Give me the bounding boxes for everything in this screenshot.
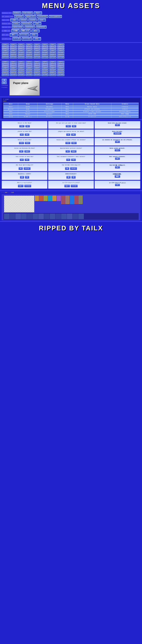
btn-no-it-2[interactable]: No [71,158,76,161]
nivel-2-btn[interactable]: Nivel 2 [10,46,17,47]
stage2-1-btn[interactable]: Stage 1 [2,61,9,63]
percent2-1-btn[interactable]: Percent1 [2,69,9,71]
btn-ok-it[interactable]: OK [115,157,120,160]
level2-3-btn[interactable]: Level 3 [18,67,25,69]
percent-3-btn[interactable]: Percent3 [18,52,25,54]
level2-2-btn[interactable]: Level 2 [10,67,17,69]
cell-quitter[interactable]: Quitter [4,108,18,110]
level-4-btn[interactable]: Level 4 [25,50,33,52]
pp-next-btn[interactable]: ▶ [2,82,7,84]
btn-nein-de-1[interactable]: Nein [24,150,30,152]
cell-parametres[interactable]: Paramètres [38,108,62,110]
level2-4-btn[interactable]: Level 4 [25,67,33,69]
btn-nein-de-2[interactable]: Nein [71,150,77,152]
percent2-7-btn[interactable]: Percent7 [49,69,57,71]
level2-8-btn[interactable]: Level 8 [57,67,64,69]
level2-7-btn[interactable]: Level 7 [49,67,57,69]
btn-titleni[interactable]: タイトルに [19,33,29,36]
cell-manual[interactable]: Manual [18,113,38,115]
btn-unjoueur[interactable]: Un joueur [14,15,24,18]
percent-2-btn[interactable]: Percent2 [10,52,17,54]
stage-jp-6-btn[interactable]: ステージ6 [41,56,49,58]
btn-no-en-2[interactable]: No [72,125,77,128]
btn-aceptar-es[interactable]: Aceptar [113,132,121,135]
btn-dati[interactable]: Dati [10,18,19,22]
nivel2-5-btn[interactable]: Nivel 5 [33,63,41,65]
cell-menu-de[interactable]: Menü [62,110,73,113]
btn-ani-ko-1[interactable]: 아니오 [24,167,31,170]
percent2-4-btn[interactable]: Percent4 [25,69,33,71]
stage-5-btn[interactable]: Stage 5 [33,44,41,45]
niveau2-5-btn[interactable]: Niveau 5 [33,65,41,67]
cell-borrar[interactable]: Borrar datos [73,106,111,108]
grade2-g-btn[interactable]: GRADE G [49,72,57,73]
btn-sakujoshimasu[interactable]: 削除します [20,29,31,32]
btn-modoru[interactable]: 戻る [30,33,38,36]
grade2-b-btn[interactable]: GRADE B [10,72,17,73]
niveau-3-btn[interactable]: Niveau 3 [18,48,25,49]
nivel2-3-btn[interactable]: Nivel 3 [18,63,25,65]
btn-snelmenu1[interactable]: Snelmenu1 [24,26,35,28]
btn-shuryo[interactable]: 終了 [10,33,18,36]
btn-si-es-2[interactable]: Sí [66,133,70,136]
pp-prev-btn[interactable]: ◀ [2,79,7,81]
percent2-6-btn[interactable]: Percent6 [41,69,49,71]
cell-riconoscimenti[interactable]: Riconoscimenti [111,110,139,113]
btn-chrono[interactable]: Chrono [19,18,28,22]
niveau2-6-btn[interactable]: Niveau 6 [41,65,49,67]
niveau-5-btn[interactable]: Niveau 5 [33,48,41,49]
niveau-1-btn[interactable]: Niveau 1 [2,48,9,49]
btn-race[interactable]: Race [34,12,42,14]
cell-effacer[interactable]: Effacer les données [73,108,111,110]
cell-opciones[interactable]: Opciones [38,106,62,108]
niveau-8-btn[interactable]: Niveau 8 [57,48,64,49]
percent-8-btn[interactable]: Percent8 [57,52,64,54]
niveau-6-btn[interactable]: Niveau 6 [41,48,49,49]
btn-ok-de[interactable]: O.K. [114,149,120,152]
percent2-5-btn[interactable]: Percent5 [33,69,41,71]
stage-1-btn[interactable]: Stage 1 [2,44,9,45]
nivel2-1-btn[interactable]: Nivel 1 [2,63,9,65]
grade2-h-btn[interactable]: GRADE H [57,72,64,73]
stage-6-btn[interactable]: Stage 6 [41,44,49,45]
nivel2-8-btn[interactable]: Nivel 8 [57,63,64,65]
btn-non-fr-2[interactable]: Non [71,142,77,144]
btn-ok-fr[interactable]: OK [115,140,120,143]
cell-credits-ko[interactable]: 제작 사람들 [111,113,139,115]
stage-4-btn[interactable]: Stage 4 [25,44,33,45]
btn-fou-zh-2[interactable]: 否 [71,176,76,179]
btn-miru[interactable]: Miru [31,30,40,32]
stage-3-btn[interactable]: Stage 3 [18,44,25,45]
level-2-btn[interactable]: Level 2 [10,50,17,52]
level-1-btn[interactable]: Level 1 [2,50,9,52]
btn-modoru2[interactable]: 戻る [33,37,41,41]
niveau2-3-btn[interactable]: Niveau 3 [18,65,25,67]
level-8-btn[interactable]: Level 8 [57,50,64,52]
level-3-btn[interactable]: Level 3 [18,50,25,52]
btn-hai-ja-1[interactable]: はい [18,184,24,187]
btn-oui-fr-1[interactable]: Oui [19,142,24,144]
cell-staff-credit[interactable]: スタッフクレジット [111,115,139,118]
btn-yes-en-1[interactable]: Yes [19,125,25,128]
grade-f-btn[interactable]: GRADE F [41,54,49,56]
nivel-4-btn[interactable]: Nivel 4 [25,46,33,47]
btn-si-es-1[interactable]: Sí [20,133,24,136]
stage-jp-5-btn[interactable]: ステージ5 [33,56,41,58]
btn-ok-ko[interactable]: OK [115,166,120,168]
btn-ja-de-2[interactable]: Ja [65,150,70,152]
grade2-c-btn[interactable]: GRADE C [18,72,25,73]
cell-salir[interactable]: Salir [4,106,18,108]
niveau-2-btn[interactable]: Niveau 2 [10,48,17,49]
btn-no-es-1[interactable]: No [25,133,30,136]
level-6-btn[interactable]: Level 6 [41,50,49,52]
btn-ok-ja[interactable]: OK [115,184,120,186]
stage-7-btn[interactable]: Stage 7 [49,44,57,45]
cell-exit-ko[interactable]: Exit [4,113,18,115]
stage-jp-3-btn[interactable]: ステージ3 [18,56,25,58]
btn-optiesmenu[interactable]: Opties menu [12,26,24,28]
btn-duel[interactable]: Duel [38,18,46,22]
cell-menu-ko[interactable]: Menu [62,113,73,115]
nivel-3-btn[interactable]: Nivel 3 [18,46,25,47]
cell-settei[interactable]: せっていし [38,115,62,118]
btn-iie-ja-1[interactable]: いいえ [24,184,31,187]
